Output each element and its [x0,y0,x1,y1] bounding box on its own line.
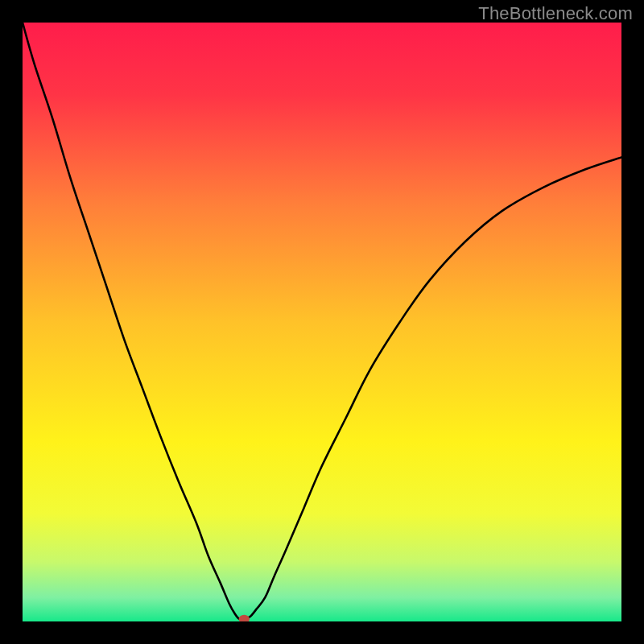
chart-frame: TheBottleneck.com [0,0,644,644]
watermark-text: TheBottleneck.com [478,3,633,24]
chart-svg [23,23,621,621]
gradient-background [23,23,621,621]
chart-plot-area [23,23,621,621]
